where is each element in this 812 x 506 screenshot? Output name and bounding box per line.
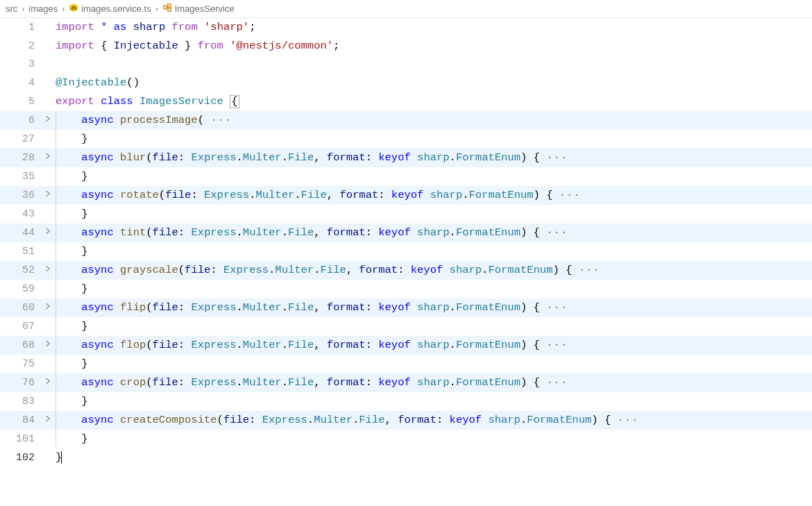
code-line: } (56, 430, 812, 448)
breadcrumb-item-class[interactable]: ImagesService (162, 3, 235, 15)
code-line: async flop(file: Express.Multer.File, fo… (56, 336, 812, 354)
fold-region-icon[interactable] (40, 414, 56, 423)
line-number: 83 (0, 393, 40, 411)
breadcrumb-item-images[interactable]: images (28, 3, 58, 14)
code-line: async flip(file: Express.Multer.File, fo… (56, 298, 812, 317)
code-line: async grayscale(file: Express.Multer.Fil… (56, 261, 812, 279)
code-line: export class ImagesService { (56, 92, 239, 110)
fold-region-icon[interactable] (40, 264, 56, 273)
breadcrumb-item-src[interactable]: src (6, 3, 17, 14)
line-number: 52 (0, 262, 40, 280)
svg-text:JS: JS (71, 6, 77, 10)
line-number: 6 (0, 112, 40, 130)
line-number: 27 (0, 130, 40, 149)
line-number: 59 (0, 280, 40, 298)
line-number: 68 (0, 337, 40, 355)
line-number-current: 102 (0, 449, 40, 467)
fold-region-icon[interactable] (40, 227, 56, 235)
breadcrumb-item-file[interactable]: JS images.service.ts (69, 3, 151, 15)
code-line: async createComposite(file: Express.Mult… (56, 411, 812, 429)
code-line: async crop(file: Express.Multer.File, fo… (56, 373, 812, 391)
code-line: } (56, 392, 812, 410)
code-line: } (56, 355, 812, 373)
line-number: 2 (0, 37, 40, 56)
line-number: 84 (0, 412, 40, 430)
breadcrumb-label: src (6, 3, 17, 14)
code-editor[interactable]: 1 import * as sharp from 'sharp'; 2 impo… (0, 18, 812, 467)
code-line: } (56, 448, 62, 466)
svg-rect-1 (163, 6, 166, 8)
breadcrumb-label: ImagesService (175, 3, 235, 14)
line-number: 76 (0, 374, 40, 392)
line-number: 51 (0, 243, 40, 261)
code-line: } (56, 242, 812, 260)
line-number: 44 (0, 224, 40, 242)
line-number: 35 (0, 168, 40, 186)
fold-region-icon[interactable] (40, 115, 56, 123)
line-number: 75 (0, 355, 40, 373)
line-number: 43 (0, 205, 40, 224)
code-line: async rotate(file: Express.Multer.File, … (56, 186, 812, 204)
line-number: 28 (0, 149, 40, 167)
line-number: 101 (0, 430, 40, 448)
typescript-file-icon: JS (69, 3, 78, 15)
code-line: } (56, 205, 812, 223)
line-number: 4 (0, 74, 40, 92)
fold-region-icon[interactable] (40, 152, 56, 160)
fold-region-icon[interactable] (40, 189, 56, 198)
code-line: @Injectable() (56, 74, 139, 92)
breadcrumb: src › images › JS images.service.ts › Im… (0, 0, 812, 18)
code-line: async processImage( ··· (56, 111, 812, 129)
line-number: 67 (0, 318, 40, 336)
line-number: 3 (0, 56, 40, 74)
line-number: 1 (0, 19, 40, 37)
code-line: import { Injectable } from '@nestjs/comm… (56, 37, 339, 55)
fold-region-icon[interactable] (40, 377, 56, 385)
fold-region-icon[interactable] (40, 339, 56, 348)
breadcrumb-label: images.service.ts (81, 3, 151, 14)
svg-rect-2 (168, 4, 171, 7)
code-line: } (56, 280, 812, 298)
code-line: async tint(file: Express.Multer.File, fo… (56, 224, 812, 242)
code-line: import * as sharp from 'sharp'; (56, 18, 255, 36)
chevron-right-icon: › (22, 4, 24, 14)
cursor: { (230, 95, 239, 108)
code-line: } (56, 167, 812, 185)
code-line: } (56, 317, 812, 335)
line-number: 36 (0, 187, 40, 205)
line-number: 5 (0, 93, 40, 111)
code-line: } (56, 130, 812, 148)
chevron-right-icon: › (155, 4, 158, 14)
svg-rect-3 (168, 8, 171, 11)
code-line: async blur(file: Express.Multer.File, fo… (56, 149, 812, 167)
line-number: 60 (0, 299, 40, 317)
fold-region-icon[interactable] (40, 302, 56, 310)
chevron-right-icon: › (62, 4, 65, 14)
breadcrumb-label: images (28, 3, 58, 14)
class-symbol-icon (162, 3, 172, 15)
text-cursor (61, 451, 62, 464)
